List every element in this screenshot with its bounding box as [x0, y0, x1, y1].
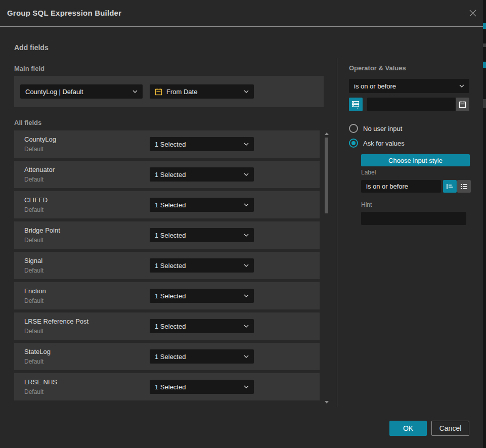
- field-subtitle: Default: [24, 328, 43, 335]
- field-name: LRSE Reference Post: [24, 318, 89, 325]
- background-app-edge: [483, 0, 486, 448]
- field-values-select-value: 1 Selected: [155, 141, 241, 148]
- operator-values-heading: Operator & Values: [349, 64, 406, 72]
- edge-mark: [483, 43, 486, 47]
- date-picker-button[interactable]: [456, 98, 469, 111]
- operator-select-value: is on or before: [354, 82, 456, 90]
- field-values-select-value: 1 Selected: [155, 201, 241, 209]
- chevron-down-icon: [244, 173, 249, 176]
- field-values-select[interactable]: 1 Selected: [150, 349, 254, 364]
- list-icon: [460, 183, 468, 190]
- field-values-select-value: 1 Selected: [155, 353, 241, 361]
- field-subtitle: Default: [24, 358, 43, 365]
- label-style-list-button[interactable]: [457, 180, 471, 193]
- field-values-select-value: 1 Selected: [155, 383, 241, 391]
- main-field-panel: CountyLog | Default From Date: [14, 76, 324, 107]
- field-subtitle: Default: [24, 297, 43, 304]
- edge-mark: [483, 99, 486, 108]
- field-select-value: From Date: [166, 88, 241, 96]
- edge-accent-mark: [483, 62, 486, 68]
- cancel-button[interactable]: Cancel: [431, 421, 469, 436]
- field-row: CLIFED Default 1 Selected: [14, 191, 320, 218]
- field-row: CountyLog Default 1 Selected: [14, 130, 320, 158]
- label-input-group: [361, 180, 471, 193]
- radio-no-user-input[interactable]: No user input: [349, 124, 402, 133]
- field-select[interactable]: From Date: [150, 84, 254, 99]
- group-sql-expression-builder-dialog: Group SQL Expression Builder Add fields …: [0, 0, 486, 448]
- field-row: Friction Default 1 Selected: [14, 282, 320, 309]
- field-name: Friction: [24, 287, 46, 295]
- close-button[interactable]: [467, 8, 478, 19]
- main-field-heading: Main field: [14, 65, 45, 72]
- choose-input-style-button[interactable]: Choose input style: [361, 154, 470, 166]
- chevron-down-icon: [244, 355, 249, 358]
- label-style-text-button[interactable]: [443, 180, 457, 193]
- field-values-select[interactable]: 1 Selected: [150, 198, 254, 212]
- chevron-down-icon: [132, 90, 138, 93]
- field-values-select-value: 1 Selected: [155, 171, 241, 178]
- field-values-select[interactable]: 1 Selected: [150, 228, 254, 242]
- field-values-select[interactable]: 1 Selected: [150, 319, 254, 333]
- scroll-down-arrow[interactable]: [325, 401, 329, 404]
- input-type-button[interactable]: [349, 98, 363, 111]
- field-name: Signal: [24, 257, 42, 264]
- field-subtitle: Default: [24, 146, 43, 153]
- chevron-down-icon: [244, 90, 249, 93]
- field-values-select-value: 1 Selected: [155, 232, 241, 239]
- list-scrollbar: [324, 130, 329, 405]
- field-values-select-value: 1 Selected: [155, 292, 241, 300]
- chevron-down-icon: [244, 385, 249, 388]
- radio-ask-for-values[interactable]: Ask for values: [349, 139, 405, 148]
- field-row: LRSE NHS Default 1 Selected: [14, 373, 320, 400]
- field-row: Bridge Point Default 1 Selected: [14, 221, 320, 249]
- chevron-down-icon: [244, 325, 249, 328]
- field-values-select[interactable]: 1 Selected: [150, 380, 254, 394]
- hint-input[interactable]: [361, 212, 466, 225]
- calendar-icon: [155, 88, 162, 96]
- field-name: CLIFED: [24, 196, 48, 204]
- label-input[interactable]: [361, 180, 441, 193]
- field-values-select[interactable]: 1 Selected: [150, 258, 254, 273]
- chevron-down-icon: [244, 234, 249, 237]
- value-input[interactable]: [367, 98, 456, 111]
- field-values-select[interactable]: 1 Selected: [150, 137, 254, 151]
- chevron-down-icon: [244, 264, 249, 267]
- field-values-select-value: 1 Selected: [155, 262, 241, 270]
- ok-button[interactable]: OK: [389, 421, 427, 436]
- dialog-title: Group SQL Expression Builder: [7, 0, 121, 26]
- field-subtitle: Default: [24, 206, 43, 213]
- radio-no-user-input-label: No user input: [363, 125, 402, 132]
- field-subtitle: Default: [24, 388, 43, 395]
- field-row: StateLog Default 1 Selected: [14, 343, 320, 370]
- label-field-label: Label: [361, 169, 376, 176]
- operator-select[interactable]: is on or before: [349, 79, 469, 93]
- align-left-icon: [446, 183, 454, 190]
- scroll-up-arrow[interactable]: [325, 132, 329, 135]
- all-fields-heading: All fields: [14, 119, 41, 126]
- edge-accent-mark: [483, 23, 486, 29]
- field-row: Attenuator Default 1 Selected: [14, 161, 320, 188]
- chevron-down-icon: [244, 203, 249, 206]
- field-subtitle: Default: [24, 176, 43, 183]
- close-icon: [469, 9, 477, 17]
- hint-field-label: Hint: [361, 201, 372, 208]
- field-name: CountyLog: [24, 136, 56, 143]
- all-fields-list: CountyLog Default 1 Selected Attenuator …: [14, 130, 320, 404]
- field-name: StateLog: [24, 348, 51, 355]
- chevron-down-icon: [244, 143, 249, 146]
- layer-select-value: CountyLog | Default: [25, 88, 129, 96]
- radio-icon: [349, 124, 358, 133]
- field-values-select[interactable]: 1 Selected: [150, 167, 254, 182]
- radio-ask-for-values-label: Ask for values: [363, 140, 405, 147]
- input-type-stack-icon: [351, 100, 360, 109]
- field-row: Signal Default 1 Selected: [14, 252, 320, 279]
- field-name: LRSE NHS: [24, 378, 57, 386]
- field-values-select[interactable]: 1 Selected: [150, 289, 254, 303]
- dialog-titlebar: Group SQL Expression Builder: [0, 0, 483, 27]
- field-name: Attenuator: [24, 166, 55, 173]
- panel-divider: [337, 58, 337, 407]
- field-subtitle: Default: [24, 267, 43, 274]
- layer-select[interactable]: CountyLog | Default: [20, 84, 143, 99]
- scrollbar-thumb[interactable]: [325, 138, 328, 213]
- calendar-icon: [459, 101, 466, 108]
